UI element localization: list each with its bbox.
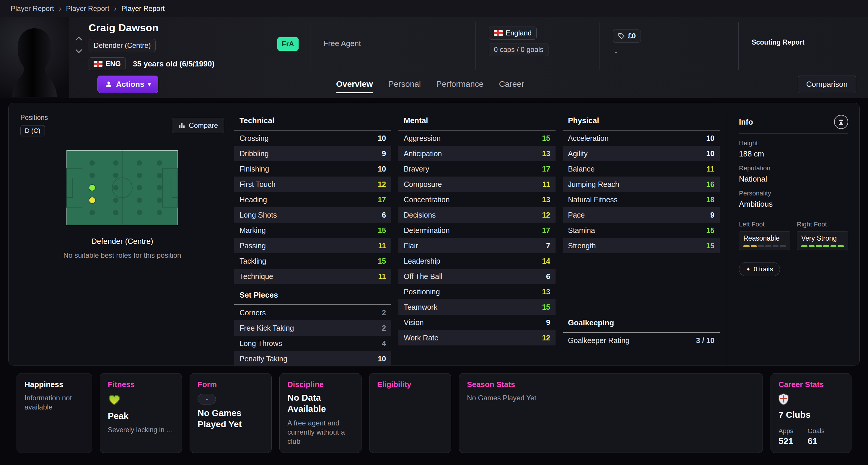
attribute-value: 17 — [378, 195, 386, 204]
attribute-row: Off The Ball6 — [398, 269, 556, 284]
attribute-value: 12 — [378, 180, 386, 189]
attribute-row: Bravery17 — [398, 161, 556, 177]
value-text: £0 — [628, 32, 636, 40]
tab-performance[interactable]: Performance — [429, 70, 491, 98]
attribute-value: 10 — [706, 134, 714, 143]
right-foot-block: Right Foot Very Strong — [797, 221, 848, 250]
nationality-row: ENG 35 years old (6/5/1990) — [89, 57, 266, 70]
tab-personal[interactable]: Personal — [381, 70, 429, 98]
left-foot-block: Left Foot Reasonable — [739, 221, 790, 250]
previous-player-button[interactable] — [74, 35, 84, 42]
breadcrumb-item[interactable]: Player Report — [11, 4, 54, 13]
secondary-position-dot — [89, 197, 95, 204]
value-box: £0 — [613, 30, 641, 42]
compare-icon — [178, 122, 185, 129]
attribute-row: Vision9 — [398, 315, 556, 330]
position-badge[interactable]: D (C) — [20, 125, 45, 136]
attribute-name: Natural Fitness — [568, 195, 618, 204]
attribute-name: Penalty Taking — [240, 354, 287, 363]
technical-title: Technical — [234, 114, 391, 130]
season-stats-title: Season Stats — [467, 380, 755, 389]
attribute-value: 4 — [382, 339, 386, 348]
pitch-graphic — [66, 150, 178, 225]
left-foot-strength-bars — [743, 245, 786, 247]
traits-button[interactable]: ✦ 0 traits — [739, 262, 780, 276]
attribute-value: 10 — [378, 354, 386, 363]
caps-text: 0 caps / 0 goals — [494, 45, 544, 54]
attribute-value: 2 — [382, 324, 386, 333]
breadcrumb: Player Report›Player Report›Player Repor… — [0, 0, 868, 17]
breadcrumb-item[interactable]: Player Report — [121, 4, 165, 13]
attribute-name: Concentration — [404, 195, 450, 204]
form-card[interactable]: Form - No Games Played Yet — [190, 373, 272, 453]
attribute-row: Pace9 — [563, 207, 720, 223]
attribute-row: Jumping Reach16 — [563, 177, 720, 192]
fitness-card[interactable]: Fitness Peak Severely lacking in ... — [100, 373, 182, 453]
best-roles-message: No suitable best roles for this position — [20, 251, 224, 259]
attribute-name: Technique — [240, 272, 273, 281]
header-top-row: Craig Dawson Defender (Centre) ENG 35 ye… — [69, 17, 868, 70]
attribute-name: Strength — [568, 242, 596, 250]
attribute-row: Anticipation13 — [398, 146, 556, 161]
attribute-value: 10 — [378, 165, 386, 173]
attribute-row: Concentration13 — [398, 192, 556, 207]
attribute-value: 17 — [542, 226, 550, 235]
discipline-card[interactable]: Discipline No Data Available A free agen… — [279, 373, 362, 453]
breadcrumb-separator: › — [59, 4, 61, 13]
career-stats-card[interactable]: Career Stats 7 Clubs Apps 521 Goals 61 — [771, 373, 851, 453]
age-text: 35 years old (6/5/1990) — [133, 59, 214, 68]
attribute-row: Aggression15 — [398, 130, 556, 146]
compare-button[interactable]: Compare — [172, 118, 224, 133]
attribute-row: Positioning13 — [398, 284, 556, 299]
career-apps-stat: Apps 521 — [778, 427, 793, 446]
info-field-value: 188 cm — [739, 149, 848, 159]
attribute-row: Heading17 — [234, 192, 391, 207]
player-silhouette — [4, 24, 65, 98]
left-foot-rating: Reasonable — [743, 235, 786, 242]
attribute-value: 12 — [542, 211, 550, 219]
comparison-button[interactable]: Comparison — [798, 75, 856, 93]
attribute-row: Technique11 — [234, 269, 391, 284]
attribute-value: 15 — [542, 134, 550, 143]
attribute-row: Crossing10 — [234, 130, 391, 146]
attribute-value: 15 — [378, 226, 386, 235]
player-avatar — [0, 17, 69, 98]
scout-icon[interactable] — [834, 115, 848, 129]
technical-attributes-section: Technical Crossing10Dribbling9Finishing1… — [234, 114, 391, 366]
attribute-row: Penalty Taking10 — [234, 351, 391, 366]
actions-button[interactable]: Actions ▾ — [97, 75, 158, 93]
foot-strength-bar — [809, 245, 815, 247]
foot-strength-bar — [765, 245, 771, 247]
attribute-value: 13 — [542, 287, 550, 296]
scout-badge-icon — [837, 118, 845, 126]
scouting-report-section: Scouting Report — [738, 22, 868, 70]
form-title: Form — [197, 380, 264, 389]
apps-value: 521 — [778, 436, 793, 446]
happiness-card[interactable]: Happiness Information not available — [17, 373, 92, 453]
attribute-row: Agility10 — [563, 146, 720, 161]
attribute-value: 13 — [542, 149, 550, 158]
club-shield-icon — [778, 393, 843, 406]
attribute-value: 10 — [706, 149, 714, 158]
attribute-row: Balance11 — [563, 161, 720, 177]
tab-overview[interactable]: Overview — [329, 70, 381, 98]
sparkle-icon: ✦ — [746, 266, 751, 273]
attribute-row: Work Rate12 — [398, 330, 556, 345]
season-stats-card[interactable]: Season Stats No Games Played Yet — [459, 373, 763, 453]
attribute-name: Crossing — [240, 134, 269, 143]
attribute-value: 6 — [546, 272, 550, 281]
attribute-row: Long Shots6 — [234, 207, 391, 223]
next-player-button[interactable] — [74, 47, 84, 55]
attribute-value: 17 — [542, 165, 550, 173]
eligibility-card[interactable]: Eligibility — [369, 373, 451, 453]
breadcrumb-item[interactable]: Player Report — [66, 4, 109, 13]
mental-attribute-list: Aggression15Anticipation13Bravery17Compo… — [398, 130, 556, 345]
tab-career[interactable]: Career — [491, 70, 532, 98]
fitness-status: Peak — [108, 410, 174, 422]
season-stats-message: No Games Played Yet — [467, 393, 755, 402]
attribute-row: Flair7 — [398, 238, 556, 253]
feet-row: Left Foot Reasonable Right Foot Very Str… — [739, 221, 848, 250]
left-foot-rating-box: Reasonable — [739, 231, 790, 250]
attribute-row: Acceleration10 — [563, 130, 720, 146]
attribute-value: 11 — [378, 272, 386, 281]
